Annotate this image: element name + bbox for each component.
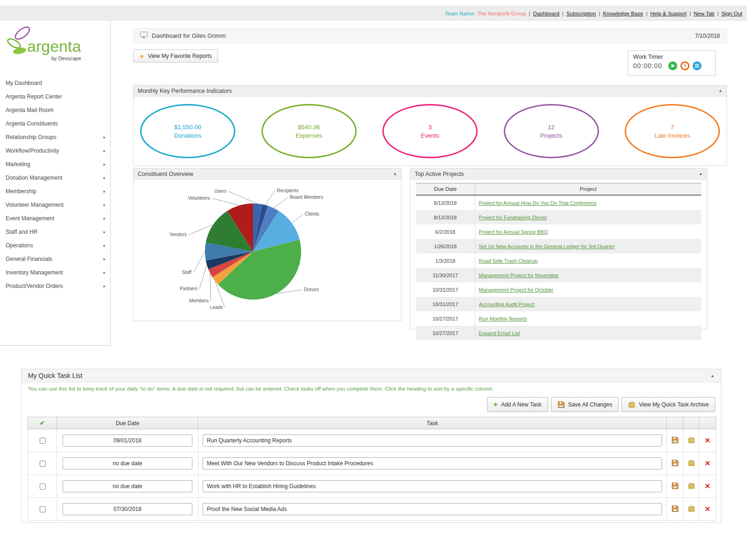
task-text-input[interactable] [203,434,662,447]
work-timer-title: Work Timer [633,54,711,60]
topbar-link-dashboard[interactable]: Dashboard [533,11,559,16]
task-row: ✕ [28,429,716,452]
task-complete-checkbox[interactable] [40,483,46,490]
view-task-archive-button[interactable]: View My Quick Task Archive [621,397,715,412]
sidebar-item-staff-and-hr[interactable]: Staff and HR▸ [0,225,110,238]
pie-label-line [199,265,207,289]
project-link[interactable]: Expand Email List [479,330,520,336]
topbar-link-new-tab[interactable]: New Tab [694,11,715,16]
timer-clock-icon[interactable] [680,61,690,70]
collapse-arrow-icon[interactable]: ▲ [711,374,714,378]
pie-label-board-members: Board Members [290,195,323,200]
topbar-link-help-support[interactable]: Help & Support [650,11,687,16]
project-link[interactable]: Project for Fundraising Dinner [479,215,547,220]
task-complete-checkbox[interactable] [40,461,46,467]
delete-task-icon[interactable]: ✕ [705,505,711,513]
task-text-input[interactable] [203,503,662,515]
archive-task-icon[interactable] [688,459,695,467]
task-due-date-cell [57,498,198,521]
project-cell: Management Project for October [475,282,701,297]
save-all-changes-button[interactable]: Save All Changes [551,397,619,412]
sidebar-item-relationship-groups[interactable]: Relationship Groups▸ [0,130,110,144]
delete-task-icon[interactable]: ✕ [705,459,711,467]
task-text-cell [198,429,667,452]
task-text-input[interactable] [203,457,662,469]
archive-task-icon[interactable] [688,436,695,444]
chevron-right-icon: ▸ [103,270,106,275]
project-link[interactable]: Set Up New Accounts in the General Ledge… [479,244,615,249]
projects-table: Due Date Project 8/13/2018Project for An… [416,183,701,340]
timer-log-icon[interactable] [692,61,702,70]
collapse-arrow-icon[interactable]: ▲ [699,172,703,176]
kpi-label: Projects [540,132,562,139]
sidebar-item-argenta-constituents[interactable]: Argenta Constituents [0,117,110,130]
project-cell: Set Up New Accounts in the General Ledge… [475,239,701,253]
project-row: 8/13/2018Project for Fundraising Dinner [416,210,701,224]
delete-task-icon[interactable]: ✕ [705,436,711,444]
sidebar-item-my-dashboard[interactable]: My Dashboard [0,76,110,90]
collapse-arrow-icon[interactable]: ▲ [719,89,722,93]
save-task-icon[interactable] [671,459,679,467]
pie-label-line [210,273,211,301]
sidebar-item-label: Argenta Report Center [6,93,62,100]
sidebar-item-argenta-report-center[interactable]: Argenta Report Center [0,90,110,103]
sidebar-item-product-vendor-orders[interactable]: Product/Vendor Orders▸ [0,279,110,293]
topbar-links: |Dashboard|Subscription|Knowledge Base|H… [526,11,742,16]
pie-label-volunteers: Volunteers [188,196,210,201]
sidebar-item-label: Donation Management [6,175,62,181]
sidebar-item-marketing[interactable]: Marketing▸ [0,157,110,171]
project-due-date: 8/13/2018 [416,210,475,224]
sidebar-item-label: Argenta Constituents [6,120,58,127]
sidebar-item-general-financials[interactable]: General Financials▸ [0,252,110,266]
sidebar-item-membership[interactable]: Membership▸ [0,184,110,198]
task-due-date-input[interactable] [63,480,192,492]
project-link[interactable]: Accounting Audit Project [479,301,535,307]
sidebar-item-argenta-mail-room[interactable]: Argenta Mail Room [0,103,110,117]
task-complete-checkbox[interactable] [40,438,46,444]
sidebar-item-label: Operations [6,242,33,249]
add-new-task-button[interactable]: + Add A New Task [487,397,548,412]
project-due-date: 10/31/2017 [416,297,475,311]
sidebar-item-label: Workflow/Productivity [6,147,59,154]
project-row: 10/31/2017Accounting Audit Project [416,297,701,311]
task-due-date-input[interactable] [63,457,192,469]
sidebar-item-volunteer-management[interactable]: Volunteer Management▸ [0,198,110,211]
checkmark-icon: ✔ [40,420,45,427]
topbar-link-subscription[interactable]: Subscription [566,11,596,16]
delete-task-icon[interactable]: ✕ [705,482,711,490]
task-complete-checkbox[interactable] [40,506,46,512]
project-link[interactable]: Management Project for October [479,287,554,293]
sidebar-item-operations[interactable]: Operations▸ [0,238,110,252]
project-link[interactable]: Run Monthly Reports [479,316,527,322]
task-buttons-row: + Add A New Task Save All Changes View M… [21,392,721,412]
topbar-link-sign-out[interactable]: Sign Out [721,11,742,16]
project-link[interactable]: Road Side Trash Cleanup [479,258,538,264]
project-link[interactable]: Project for Annual Spring BBQ [479,229,548,235]
task-column-header[interactable]: Task [198,417,667,429]
sidebar-item-event-management[interactable]: Event Management▸ [0,211,110,225]
delete-column-header [699,417,716,429]
view-favorite-reports-button[interactable]: ★ View My Favorite Reports [133,49,218,63]
chevron-right-icon: ▸ [103,189,106,194]
archive-task-icon[interactable] [688,505,695,512]
task-due-date-input[interactable] [63,434,192,447]
sidebar-item-workflow-productivity[interactable]: Workflow/Productivity▸ [0,144,110,157]
archive-task-icon[interactable] [688,482,695,490]
project-row: 10/27/2017Run Monthly Reports [416,311,701,326]
task-due-date-input[interactable] [63,503,192,515]
project-link[interactable]: Management Project for November [479,273,559,278]
project-link[interactable]: Project for Annual How Do You Do That Co… [479,200,597,206]
sidebar-menu: My DashboardArgenta Report CenterArgenta… [0,76,110,293]
save-task-icon[interactable] [671,436,679,444]
project-due-date: 11/30/2017 [416,268,475,282]
sidebar-item-inventory-management[interactable]: Inventory Management▸ [0,266,110,279]
due-date-column-header[interactable]: Due Date [57,417,198,429]
save-task-icon[interactable] [671,482,679,490]
task-text-input[interactable] [203,480,662,492]
sidebar-item-label: Membership [6,188,36,195]
save-task-icon[interactable] [671,505,679,512]
sidebar-item-donation-management[interactable]: Donation Management▸ [0,171,110,184]
topbar-link-knowledge-base[interactable]: Knowledge Base [603,11,643,16]
timer-play-icon[interactable] [668,61,677,70]
collapse-arrow-icon[interactable]: ▲ [393,172,397,176]
